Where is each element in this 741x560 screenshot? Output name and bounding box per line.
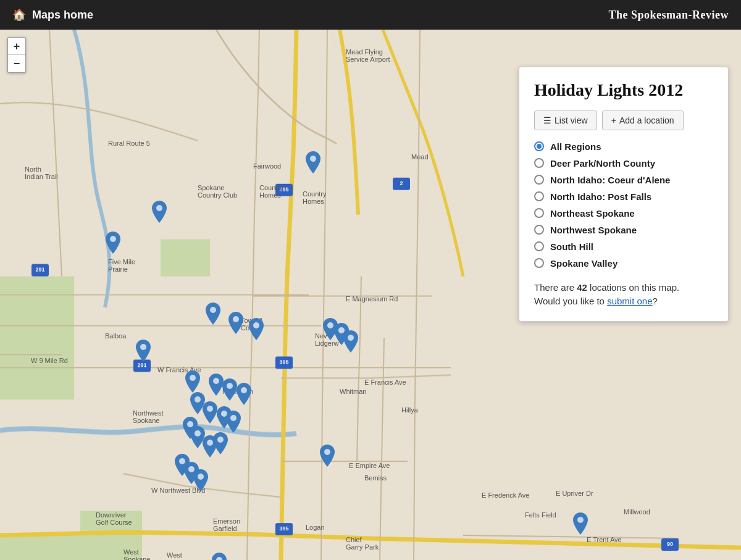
region-option-northeast-spokane[interactable]: Northeast Spokane bbox=[534, 208, 713, 219]
svg-point-24 bbox=[198, 474, 204, 480]
svg-point-6 bbox=[327, 322, 333, 328]
svg-point-13 bbox=[241, 387, 247, 393]
region-label-south-hill: South Hill bbox=[550, 241, 593, 252]
brand-name: The Spokesman-Review bbox=[608, 9, 729, 22]
svg-point-19 bbox=[195, 430, 201, 437]
map-label: CountryHomes bbox=[303, 190, 327, 205]
map-label: Five MilePrairie bbox=[108, 258, 135, 273]
region-label-north-idaho-pf: North Idaho: Post Falls bbox=[550, 191, 651, 202]
region-option-all[interactable]: All Regions bbox=[534, 141, 713, 152]
footer-text-before: There are bbox=[534, 282, 577, 293]
map-label: EmersonGarfield bbox=[213, 517, 240, 532]
map-label: Mead FlyingService Airport bbox=[346, 48, 390, 63]
list-view-label: List view bbox=[555, 115, 588, 125]
home-icon: 🏠 bbox=[12, 8, 26, 22]
list-icon: ☰ bbox=[543, 115, 551, 125]
region-option-north-idaho-cda[interactable]: North Idaho: Coeur d'Alene bbox=[534, 175, 713, 185]
map-label: WestSpokane bbox=[124, 548, 150, 560]
svg-point-14 bbox=[195, 396, 201, 403]
map-label: Logan bbox=[306, 524, 325, 531]
radio-all bbox=[534, 141, 544, 151]
add-location-button[interactable]: + Add a location bbox=[602, 111, 684, 130]
svg-point-21 bbox=[217, 437, 224, 443]
header-left: 🏠 Maps home bbox=[12, 8, 93, 22]
map-label: WestCentral bbox=[167, 551, 188, 560]
radio-northwest-spokane bbox=[534, 225, 544, 235]
radio-deer-park bbox=[534, 158, 544, 168]
map-label: NorthIndian Trail bbox=[25, 165, 58, 180]
region-option-spokane-valley[interactable]: Spokane Valley bbox=[534, 258, 713, 269]
plus-icon: + bbox=[611, 115, 616, 125]
map-label: CountryHomes bbox=[259, 184, 283, 199]
map-label: Whitman bbox=[340, 388, 366, 395]
map-label: W 9 Mile Rd bbox=[31, 357, 68, 364]
region-option-south-hill[interactable]: South Hill bbox=[534, 241, 713, 252]
maps-home-link[interactable]: Maps home bbox=[32, 9, 93, 22]
list-view-button[interactable]: ☰ List view bbox=[534, 111, 597, 130]
map-label: Hillya bbox=[401, 406, 418, 414]
svg-point-11 bbox=[213, 378, 219, 384]
zoom-out-button[interactable]: − bbox=[8, 55, 25, 72]
svg-point-1 bbox=[156, 205, 162, 211]
region-label-northwest-spokane: Northwest Spokane bbox=[550, 225, 637, 235]
map-label: Felts Field bbox=[525, 511, 556, 519]
region-label-all: All Regions bbox=[550, 141, 601, 152]
region-option-north-idaho-pf[interactable]: North Idaho: Post Falls bbox=[534, 191, 713, 202]
map-label: Millwood bbox=[624, 508, 650, 516]
region-label-deer-park: Deer Park/North County bbox=[550, 158, 655, 169]
radio-south-hill bbox=[534, 241, 544, 251]
footer-count: 42 bbox=[577, 282, 587, 293]
region-options: All RegionsDeer Park/North CountyNorth I… bbox=[534, 141, 713, 269]
svg-point-17 bbox=[230, 415, 237, 421]
region-label-northeast-spokane: Northeast Spokane bbox=[550, 208, 635, 219]
svg-point-10 bbox=[190, 375, 196, 381]
zoom-controls: + − bbox=[7, 37, 26, 73]
map-label: E Trent Ave bbox=[587, 536, 622, 543]
map-label: SpokaneCountry Club bbox=[198, 184, 237, 199]
map-label: Bemiss bbox=[364, 474, 387, 482]
svg-point-9 bbox=[140, 344, 146, 350]
footer-text-after: ? bbox=[653, 296, 658, 306]
map-label: Mead bbox=[411, 153, 429, 161]
svg-point-2 bbox=[110, 236, 116, 242]
zoom-in-button[interactable]: + bbox=[8, 38, 25, 55]
map-container[interactable]: Mead FlyingService AirportNorthIndian Tr… bbox=[0, 30, 741, 560]
svg-point-3 bbox=[210, 307, 216, 313]
radio-north-idaho-pf bbox=[534, 191, 544, 201]
svg-point-8 bbox=[348, 335, 354, 341]
svg-point-4 bbox=[233, 316, 239, 322]
map-label: ChiefGarry Park bbox=[346, 536, 379, 551]
svg-point-15 bbox=[207, 406, 213, 412]
svg-point-0 bbox=[310, 156, 316, 162]
svg-point-25 bbox=[324, 449, 330, 455]
info-panel: Holiday Lights 2012 ☰ List view + Add a … bbox=[519, 67, 729, 322]
region-label-spokane-valley: Spokane Valley bbox=[550, 258, 618, 269]
map-label: Fairwood bbox=[253, 162, 281, 170]
submit-link[interactable]: submit one bbox=[607, 296, 652, 306]
panel-buttons: ☰ List view + Add a location bbox=[534, 111, 713, 130]
region-option-deer-park[interactable]: Deer Park/North County bbox=[534, 158, 713, 169]
map-label: E Upriver Dr bbox=[556, 490, 593, 497]
add-location-label: Add a location bbox=[619, 115, 674, 125]
map-label: E Frederick Ave bbox=[482, 491, 529, 499]
header: 🏠 Maps home The Spokesman-Review bbox=[0, 0, 741, 30]
map-label: E Empire Ave bbox=[349, 462, 390, 469]
svg-point-5 bbox=[253, 322, 259, 328]
svg-point-12 bbox=[227, 383, 233, 389]
map-label: E Francis Ave bbox=[364, 378, 406, 386]
region-option-northwest-spokane[interactable]: Northwest Spokane bbox=[534, 225, 713, 235]
map-label: NorthwestSpokane bbox=[133, 409, 164, 424]
svg-point-20 bbox=[207, 440, 213, 446]
radio-north-idaho-cda bbox=[534, 175, 544, 185]
panel-footer: There are 42 locations on this map.Would… bbox=[534, 281, 713, 309]
map-label: E Magnesium Rd bbox=[346, 295, 398, 303]
panel-title: Holiday Lights 2012 bbox=[534, 80, 713, 101]
radio-spokane-valley bbox=[534, 258, 544, 268]
region-label-north-idaho-cda: North Idaho: Coeur d'Alene bbox=[550, 175, 670, 185]
map-label: DownriverGolf Course bbox=[96, 511, 132, 526]
map-label: Balboa bbox=[105, 332, 126, 340]
svg-point-26 bbox=[577, 517, 584, 523]
map-label: Rural Route 5 bbox=[108, 140, 150, 147]
radio-northeast-spokane bbox=[534, 208, 544, 218]
